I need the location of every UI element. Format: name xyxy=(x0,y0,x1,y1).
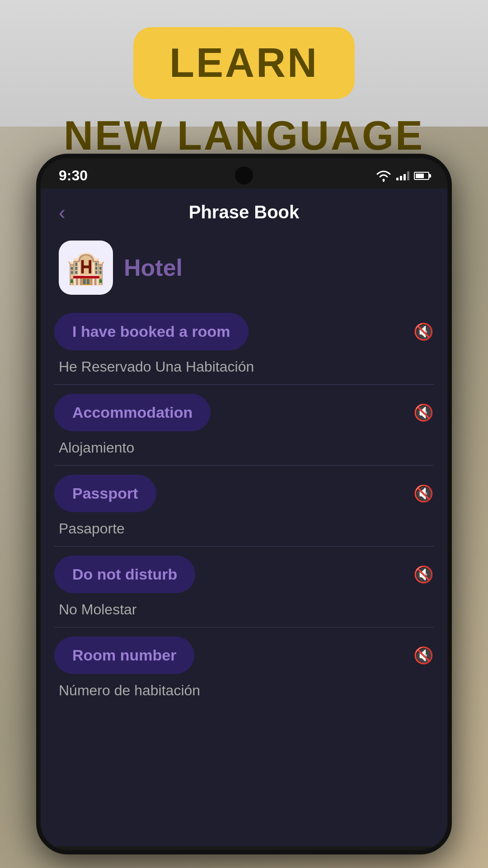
phrase-chip[interactable]: Room number xyxy=(54,637,194,674)
translation-text: Número de habitación xyxy=(59,682,200,698)
category-icon-box: 🏨 xyxy=(59,241,113,295)
phrase-text: Do not disturb xyxy=(72,566,177,583)
phrase-row: Passport 🔇 xyxy=(54,470,434,517)
learn-label: LEARN xyxy=(169,40,319,86)
phone-frame: 9:30 ‹ Phrase Book xyxy=(36,154,452,854)
translation-text: He Reservado Una Habitación xyxy=(59,359,254,375)
phrase-item: Room number 🔇 Número de habitación xyxy=(54,632,434,708)
phrase-chip[interactable]: Do not disturb xyxy=(54,556,195,593)
divider xyxy=(54,546,434,547)
phrase-item: Accommodation 🔇 Alojamiento xyxy=(54,389,434,466)
phrase-item: I have booked a room 🔇 He Reservado Una … xyxy=(54,308,434,385)
phrase-text: Passport xyxy=(72,485,138,502)
phrase-text: Accommodation xyxy=(72,404,192,421)
phrase-text: Room number xyxy=(72,646,176,664)
svg-point-0 xyxy=(383,179,385,181)
translation-row: Alojamiento xyxy=(54,436,434,465)
header-section: LEARN NEW LANGUAGE xyxy=(0,0,488,159)
sound-button[interactable]: 🔇 xyxy=(413,403,434,422)
phrase-row: I have booked a room 🔇 xyxy=(54,308,434,355)
category-name: Hotel xyxy=(124,254,183,281)
sound-button[interactable]: 🔇 xyxy=(413,646,434,665)
category-header: 🏨 Hotel xyxy=(41,231,447,308)
translation-text: Alojamiento xyxy=(59,439,134,456)
wifi-icon xyxy=(375,170,392,182)
signal-icon xyxy=(396,171,409,180)
phrase-row: Accommodation 🔇 xyxy=(54,389,434,436)
learn-badge: LEARN xyxy=(133,27,355,99)
phrase-row: Do not disturb 🔇 xyxy=(54,551,434,598)
divider xyxy=(54,627,434,627)
translation-text: No Molestar xyxy=(59,601,137,618)
status-icons xyxy=(375,170,429,182)
translation-row: Número de habitación xyxy=(54,679,434,708)
app-header: ‹ Phrase Book xyxy=(41,189,447,231)
phrase-row: Room number 🔇 xyxy=(54,632,434,679)
app-title: Phrase Book xyxy=(189,202,300,222)
divider xyxy=(54,465,434,466)
status-time: 9:30 xyxy=(59,167,88,184)
phrase-list: I have booked a room 🔇 He Reservado Una … xyxy=(41,308,447,846)
phrase-chip[interactable]: I have booked a room xyxy=(54,313,249,350)
divider xyxy=(54,384,434,385)
phrase-text: I have booked a room xyxy=(72,323,230,340)
sound-button[interactable]: 🔇 xyxy=(413,322,434,341)
phrase-chip[interactable]: Accommodation xyxy=(54,394,211,431)
translation-text: Pasaporte xyxy=(59,520,125,537)
sound-button[interactable]: 🔇 xyxy=(413,484,434,503)
translation-row: No Molestar xyxy=(54,598,434,627)
hotel-icon: 🏨 xyxy=(66,249,106,286)
phrase-chip[interactable]: Passport xyxy=(54,475,156,512)
new-language-label: NEW LANGUAGE xyxy=(64,113,424,159)
sound-button[interactable]: 🔇 xyxy=(413,565,434,584)
translation-row: He Reservado Una Habitación xyxy=(54,355,434,384)
translation-row: Pasaporte xyxy=(54,517,434,546)
camera-notch xyxy=(235,166,253,184)
app-content: ‹ Phrase Book 🏨 Hotel I have booked a ro… xyxy=(41,189,447,846)
phrase-item: Passport 🔇 Pasaporte xyxy=(54,470,434,547)
phrase-item: Do not disturb 🔇 No Molestar xyxy=(54,551,434,627)
back-button[interactable]: ‹ xyxy=(59,201,66,224)
battery-icon xyxy=(414,172,429,180)
